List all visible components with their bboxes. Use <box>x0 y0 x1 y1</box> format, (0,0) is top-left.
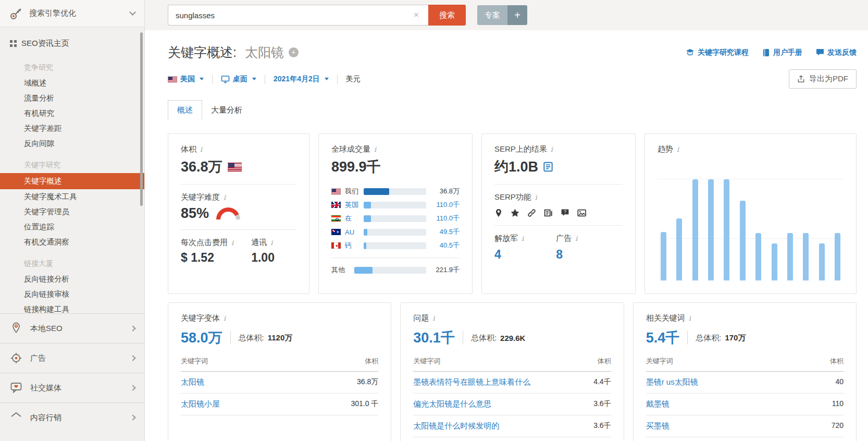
questions-title: 问题 <box>413 313 429 323</box>
map-pin-icon <box>9 322 23 335</box>
people-also-ask-icon[interactable]: ? <box>561 209 569 217</box>
serp-results-value: 约1.0B <box>494 157 538 176</box>
cpc-value: $ 1.52 <box>181 251 233 265</box>
grid-icon <box>10 40 13 43</box>
sidebar-item-local-seo[interactable]: 本地SEO <box>0 313 144 343</box>
geo-row-uk: 英国 110.0千 <box>331 198 460 212</box>
chevron-down-icon <box>200 78 204 80</box>
sidebar-item-seo-dashboard[interactable]: SEO资讯主页 <box>0 33 144 54</box>
toolkit-switcher[interactable]: 搜索引擎优化 <box>0 0 144 27</box>
com-label: 通讯 <box>251 238 267 248</box>
local-pack-pin-icon[interactable] <box>494 209 503 217</box>
add-project-button[interactable]: + <box>507 5 527 25</box>
geo-row-au: AU 49.5千 <box>331 225 460 239</box>
sidebar-item-keyword-magic-tool[interactable]: 关键字魔术工具 <box>0 189 144 204</box>
reviews-star-icon[interactable] <box>511 209 519 217</box>
project-button[interactable]: 专案 <box>477 5 507 25</box>
serp-report-icon[interactable] <box>543 162 553 172</box>
trend-bar <box>676 218 682 280</box>
images-icon[interactable] <box>577 209 587 217</box>
keyword-link[interactable]: 墨镜r us太阳镜 <box>646 372 814 394</box>
info-icon[interactable]: i <box>522 235 524 242</box>
keyword-link[interactable]: 偏光太阳镜是什么意思 <box>413 394 581 415</box>
sidebar-item-position-tracking[interactable]: 位置追踪 <box>0 219 144 235</box>
info-icon[interactable]: i <box>224 314 226 322</box>
user-manual-link[interactable]: 用户手册 <box>762 48 802 57</box>
related-keywords-card: 相关关键词i 5.4千 总体积: 170万 关键字词 体积 墨镜r us太阳镜 <box>633 302 857 441</box>
info-icon[interactable]: i <box>551 145 553 153</box>
divider <box>463 331 463 345</box>
sidebar-item-backlink-gap[interactable]: 反向间隙 <box>0 136 144 151</box>
info-icon[interactable]: i <box>575 235 577 242</box>
keyword-research-course-link[interactable]: 关键字研究课程 <box>686 48 749 57</box>
table-row: 戴墨镜 110 <box>646 394 844 415</box>
pla-value: 4 <box>494 248 524 262</box>
volume-bar <box>364 202 426 209</box>
questions-total: 229.6K <box>500 334 525 342</box>
sidebar-nav: SEO资讯主页 竞争研究 域概述 流量分析 有机研究 关键字差距 反向间隙 关键… <box>0 27 144 313</box>
tab-overview[interactable]: 概述 <box>168 100 202 120</box>
info-icon[interactable]: i <box>677 145 679 153</box>
difficulty-gauge <box>216 207 240 219</box>
sidebar-item-content-marketing[interactable]: 内容行销 <box>0 402 144 432</box>
table-row: 买墨镜 720 <box>646 415 844 437</box>
keyword-link[interactable]: 买墨镜 <box>646 415 814 437</box>
sidebar-item-domain-overview[interactable]: 域概述 <box>0 76 144 91</box>
search-button[interactable]: 搜索 <box>428 5 466 26</box>
sidebar-item-keyword-manager[interactable]: 关键字管理员 <box>0 204 144 219</box>
keyword-link[interactable]: 太阳镜 <box>181 372 349 394</box>
keyword-link[interactable]: 太阳镜是什么时候发明的 <box>413 415 581 437</box>
info-icon[interactable]: i <box>200 145 202 153</box>
info-icon[interactable]: i <box>270 239 272 247</box>
info-icon[interactable]: i <box>689 314 691 322</box>
keyword-link[interactable]: 墨镜表情符号在眼镜上意味着什么 <box>413 372 581 394</box>
sidebar-item-link-building-tool[interactable]: 链接构建工具 <box>0 302 144 313</box>
global-volume-value: 899.9千 <box>331 157 460 176</box>
sidebar-item-backlink-analytics[interactable]: 反向链接分析 <box>0 272 144 287</box>
info-icon[interactable]: i <box>432 314 435 322</box>
tab-bulk-analysis[interactable]: 大量分析 <box>202 101 251 120</box>
uk-flag-icon <box>331 202 341 208</box>
variations-count: 58.0万 <box>181 328 222 347</box>
sidebar-item-backlink-audit[interactable]: 反向链接审核 <box>0 287 144 302</box>
sidebar: 搜索引擎优化 SEO资讯主页 竞争研究 域概述 流量分析 有机研究 关键字差距 … <box>0 0 145 441</box>
svg-text:?: ? <box>564 209 566 214</box>
india-flag-icon <box>331 215 341 222</box>
global-volume-label: 全球成交量 <box>331 144 370 154</box>
search-bar: × 搜索 专案 + <box>145 0 868 30</box>
top-stories-icon[interactable] <box>544 209 553 217</box>
clear-search-icon[interactable]: × <box>412 10 421 20</box>
keyword-link[interactable]: 太阳镜小屋 <box>181 394 349 415</box>
trend-bar <box>692 179 698 280</box>
chevron-right-icon <box>130 414 135 420</box>
seo-toolkit-icon <box>9 7 23 20</box>
info-icon[interactable]: i <box>535 193 537 201</box>
sidebar-title: 搜索引擎优化 <box>29 8 76 18</box>
chevron-right-icon <box>130 325 135 331</box>
sidebar-item-organic-traffic-insights[interactable]: 有机交通洞察 <box>0 235 144 250</box>
sidebar-item-social-media[interactable]: 社交媒体 <box>0 373 144 402</box>
date-selector[interactable]: 2021年4月2日 <box>274 75 329 84</box>
sidebar-item-traffic-analytics[interactable]: 流量分析 <box>0 91 144 106</box>
table-row: 墨镜表情符号在眼镜上意味着什么 4.4千 <box>413 372 611 394</box>
search-input[interactable] <box>168 5 428 26</box>
target-icon <box>9 351 23 365</box>
sidebar-scrollbar[interactable] <box>140 32 143 206</box>
info-icon[interactable]: i <box>231 239 233 247</box>
export-pdf-button[interactable]: 导出为PDF <box>789 69 857 89</box>
trend-bar <box>835 233 840 280</box>
us-flag-icon <box>168 76 177 82</box>
info-icon[interactable]: i <box>374 145 376 153</box>
send-feedback-link[interactable]: 发送反馈 <box>816 48 857 57</box>
sidebar-item-keyword-gap[interactable]: 关键字差距 <box>0 121 144 136</box>
info-icon[interactable]: i <box>224 193 226 201</box>
sidebar-item-keyword-overview[interactable]: 关键字概述 <box>0 173 144 189</box>
add-keyword-icon[interactable]: + <box>289 47 299 57</box>
sitelinks-icon[interactable] <box>527 209 536 217</box>
country-selector[interactable]: 美国 <box>168 75 204 84</box>
keyword-link[interactable]: 戴墨镜 <box>646 394 814 415</box>
device-selector[interactable]: 桌面 <box>221 75 256 84</box>
divider <box>212 75 213 84</box>
sidebar-item-advertising[interactable]: 广告 <box>0 343 144 373</box>
sidebar-item-organic-research[interactable]: 有机研究 <box>0 106 144 121</box>
